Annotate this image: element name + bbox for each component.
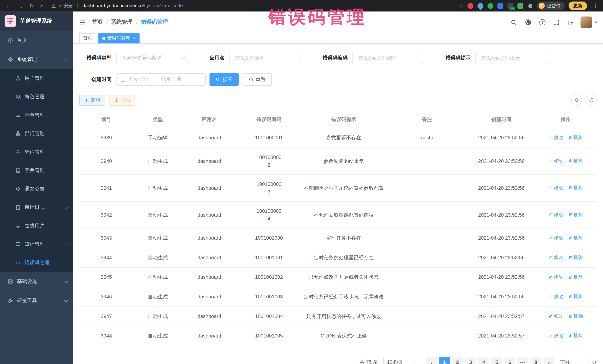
error-msg-input[interactable] (475, 52, 547, 64)
search-button[interactable]: 搜索 (209, 73, 239, 86)
chevron-down-icon (594, 21, 597, 23)
edit-link[interactable]: 修改 (548, 184, 563, 191)
browser-menu-icon[interactable]: ⋮ (591, 2, 600, 9)
edit-link[interactable]: 修改 (548, 157, 563, 164)
page-size-select[interactable]: 10条/页 (383, 357, 420, 364)
sidebar-item-audit-log[interactable]: 审计日志 (0, 198, 73, 217)
megaphone-icon (15, 186, 21, 192)
breadcrumb-home[interactable]: 首页 (92, 19, 103, 26)
sidebar-item-notice[interactable]: 通知公告 (0, 180, 73, 198)
page-button-5[interactable]: 5 (491, 357, 502, 364)
security-label[interactable]: 不安全 (59, 2, 73, 9)
edit-link[interactable]: 修改 (548, 273, 563, 280)
browser-forward-icon[interactable]: → (17, 2, 23, 9)
sidebar-item-error-code-management[interactable]: 错误码管理 (0, 254, 73, 272)
extension-leaf-icon[interactable] (517, 3, 523, 9)
delete-link[interactable]: 删除 (568, 157, 583, 164)
delete-link[interactable]: 删除 (568, 234, 583, 241)
search-icon[interactable] (510, 19, 517, 26)
extension-proxy-icon[interactable]: on (508, 3, 513, 9)
browser-update-button[interactable]: 更新 (568, 1, 587, 10)
add-button[interactable]: 新增 (79, 95, 105, 106)
goto-label: 前往 (560, 359, 570, 364)
prev-page-button[interactable]: ‹ (426, 357, 437, 364)
sidebar-item-online-users[interactable]: 在线用户 (0, 217, 73, 235)
sidebar-toggle-icon[interactable] (79, 19, 86, 26)
goto-page-input[interactable] (573, 357, 589, 364)
breadcrumb-system[interactable]: 系统管理 (111, 19, 133, 26)
edit-link[interactable]: 修改 (548, 254, 563, 261)
delete-link[interactable]: 删除 (568, 293, 583, 300)
extension-recorder-icon[interactable] (468, 3, 473, 9)
page-button-6[interactable]: 6 (504, 357, 515, 364)
page-url[interactable]: dashboard.yudao.iocoder.cn/system/error-… (82, 3, 183, 9)
page-button-8[interactable]: 8 (531, 357, 541, 364)
sidebar-item-post-management[interactable]: 岗位管理 (0, 143, 73, 161)
sidebar-item-dict-management[interactable]: 字典管理 (0, 161, 73, 180)
browser-home-icon[interactable]: ⌂ (40, 2, 44, 9)
error-code-input[interactable] (352, 52, 424, 64)
help-icon[interactable]: ? (540, 19, 546, 25)
page-button-1[interactable]: 1 (439, 357, 450, 364)
fullscreen-icon[interactable] (553, 19, 559, 25)
extension-stats-icon[interactable] (498, 3, 503, 9)
date-range-picker[interactable]: 开始日期 - 结束日期 (116, 73, 206, 86)
show-search-button[interactable] (571, 95, 582, 106)
user-menu[interactable] (580, 16, 597, 28)
error-type-select[interactable]: 请选择错误码类型 (116, 52, 188, 64)
app-name-input[interactable] (229, 52, 301, 64)
sidebar-item-dev-tools[interactable]: 研发工具 (0, 291, 73, 310)
sidebar-item-system-management[interactable]: 系统管理 (0, 50, 73, 69)
tab-error-code-management[interactable]: 错误码管理 × (98, 33, 139, 43)
sidebar-item-home[interactable]: 首页 (0, 31, 73, 50)
table-row: 3948 自动生成 dashboard 1001001005 CRON 表达式不… (79, 326, 597, 346)
extension-drop-icon[interactable] (476, 2, 485, 10)
delete-link[interactable]: 删除 (568, 134, 583, 141)
github-icon[interactable] (525, 19, 532, 26)
edit-link[interactable]: 修改 (548, 332, 563, 339)
calendar-icon (120, 77, 126, 82)
browser-back-icon[interactable]: ← (5, 2, 11, 9)
address-bar[interactable]: ⚠ 不安全 dashboard.yudao.iocoder.cn/system/… (47, 1, 455, 10)
security-warning-icon[interactable]: ⚠ (51, 3, 56, 9)
edit-link[interactable]: 修改 (548, 134, 563, 141)
edit-link[interactable]: 修改 (548, 293, 563, 300)
app-logo-row[interactable]: 芋 芋道管理系统 (0, 11, 73, 31)
page-button-3[interactable]: 3 (465, 357, 476, 364)
bookmark-star-icon[interactable]: ☆ (459, 3, 464, 9)
tab-home[interactable]: 首页 (79, 33, 96, 43)
extensions-puzzle-icon[interactable] (527, 3, 533, 9)
page-button-2[interactable]: 2 (452, 357, 463, 364)
font-size-icon[interactable]: TT (567, 19, 573, 26)
edit-link[interactable]: 修改 (548, 234, 563, 241)
delete-link[interactable]: 删除 (568, 254, 583, 261)
sidebar-item-role-management[interactable]: 角色管理 (0, 88, 73, 106)
sidebar-item-user-management[interactable]: 用户管理 (0, 69, 73, 88)
search-button-label: 搜索 (223, 76, 233, 83)
tags-view-bar: 首页 错误码管理 × (73, 33, 603, 44)
sidebar-item-sms-management[interactable]: 短信管理 (0, 235, 73, 253)
profile-paused-chip[interactable]: 已暂停 (537, 1, 565, 10)
sidebar-item-dept-management[interactable]: 部门管理 (0, 124, 73, 143)
select-placeholder: 请选择错误码类型 (121, 55, 161, 61)
edit-link[interactable]: 修改 (548, 313, 563, 320)
sidebar-item-menu-management[interactable]: 菜单管理 (0, 106, 73, 124)
sidebar-item-infrastructure[interactable]: 基础设施 (0, 272, 73, 291)
col-header-code: 错误码编码 (236, 111, 302, 128)
reset-button[interactable]: 重置 (243, 73, 272, 86)
delete-link[interactable]: 删除 (568, 184, 583, 191)
more-pages-button[interactable]: ••• (517, 357, 528, 364)
refresh-table-button[interactable] (586, 95, 597, 106)
delete-link[interactable]: 删除 (568, 332, 583, 339)
delete-link[interactable]: 删除 (568, 273, 583, 280)
tab-close-icon[interactable]: × (133, 36, 136, 41)
page-button-4[interactable]: 4 (478, 357, 489, 364)
delete-link[interactable]: 删除 (568, 313, 583, 320)
delete-link[interactable]: 删除 (568, 211, 583, 218)
browser-reload-icon[interactable]: ↻ (29, 2, 34, 9)
next-page-button[interactable]: › (544, 357, 554, 364)
breadcrumb-current: 错误码管理 (141, 19, 168, 26)
edit-link[interactable]: 修改 (548, 211, 563, 218)
extension-vue-devtools-icon[interactable] (487, 3, 493, 9)
export-button[interactable]: 导出 (109, 95, 135, 106)
